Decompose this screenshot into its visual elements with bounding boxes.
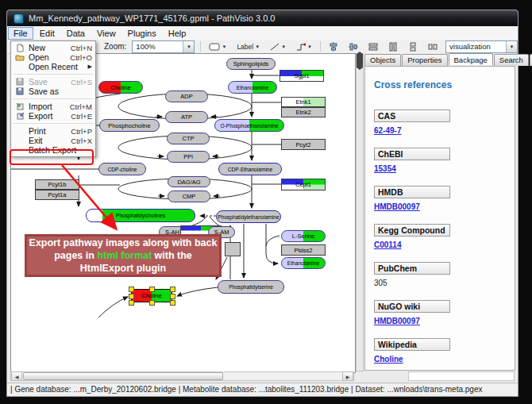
cross-reference-section: NuGO wikiHMDB00097 xyxy=(374,298,515,325)
selection-handle[interactable] xyxy=(170,300,175,306)
menu-item-shortcut: Ctrl+O xyxy=(70,53,92,62)
menu-edit[interactable]: Edit xyxy=(34,27,60,40)
menu-item-label: Batch Export xyxy=(26,145,92,155)
menu-plugins[interactable]: Plugins xyxy=(122,27,162,40)
pathway-node-atp[interactable]: ATP xyxy=(165,111,208,123)
menu-help[interactable]: Help xyxy=(163,27,192,40)
chevron-down-icon[interactable]: ▼ xyxy=(307,44,312,49)
chevron-down-icon[interactable]: ▼ xyxy=(222,44,226,49)
menu-item-shortcut: Ctrl+P xyxy=(71,127,92,136)
pathway-node-ethanolamine-bottom[interactable]: Ethanolamine xyxy=(281,257,326,269)
pathway-node-etnk1[interactable]: Etnk1 xyxy=(281,97,326,107)
pathway-node-phosphocholine[interactable]: Phosphocholine xyxy=(99,119,160,132)
add-connector-button[interactable]: ▼ xyxy=(294,41,314,52)
align-horizontal-center-button[interactable] xyxy=(326,40,341,53)
menu-file[interactable]: File xyxy=(8,27,33,40)
tab-backpage[interactable]: Backpage xyxy=(449,53,493,65)
file-menu-item-open[interactable]: OpenCtrl+O xyxy=(11,52,95,62)
scroll-left-icon[interactable]: ◀ xyxy=(11,371,22,381)
common-height-icon xyxy=(388,42,398,52)
chevron-down-icon[interactable]: ▼ xyxy=(183,41,194,52)
chevron-down-icon[interactable]: ▼ xyxy=(255,44,260,49)
pathway-node-cmp[interactable]: CMP xyxy=(168,190,210,202)
selection-handle[interactable] xyxy=(170,294,175,299)
selection-handle[interactable] xyxy=(170,287,175,292)
menu-item-label: Print xyxy=(26,126,71,136)
menu-item-label: Export xyxy=(26,111,71,121)
pathway-node-sgpl1[interactable]: Sgpl1 xyxy=(279,70,324,82)
pathway-node-dag-ag[interactable]: DAG/AG xyxy=(168,176,210,187)
pathway-node-cdp-choline[interactable]: CDP-choline xyxy=(98,163,146,175)
canvas-horizontal-scrollbar[interactable]: ◀ ▶ xyxy=(10,371,354,381)
cross-reference-link[interactable]: 62-49-7 xyxy=(374,126,515,135)
pathway-node-phosphatidylethanolamine[interactable]: Phosphatidylethanolamine xyxy=(216,210,281,223)
selection-handle[interactable] xyxy=(129,287,134,292)
pathway-node-pcyt2[interactable]: Pcyt2 xyxy=(281,139,326,150)
common-height-button[interactable] xyxy=(386,40,400,53)
selection-handle[interactable] xyxy=(129,294,134,299)
canvas-vertical-scrollbar[interactable] xyxy=(356,53,364,371)
menu-data[interactable]: Data xyxy=(61,27,91,40)
menu-item-label: Save xyxy=(26,77,71,87)
file-menu-item-exit[interactable]: ExitCtrl+X xyxy=(11,136,95,145)
cross-reference-section: PubChem305 xyxy=(374,260,515,287)
backpage-content[interactable]: Cross references CAS62-49-7ChEBI15354HMD… xyxy=(364,66,515,371)
pathway-node-ethanolamine-top[interactable]: Ethanolamine xyxy=(228,81,277,94)
selection-handle[interactable] xyxy=(149,300,155,306)
file-menu-item-new[interactable]: NewCtrl+N xyxy=(11,43,95,52)
pathway-node-adp[interactable]: ADP xyxy=(165,90,208,102)
file-menu-item-open-recent[interactable]: Open Recent▶ xyxy=(11,62,95,71)
chevron-down-icon[interactable]: ▼ xyxy=(281,44,286,49)
add-datanode-button[interactable]: ▼ xyxy=(206,41,229,52)
pathway-node-l-serine[interactable]: L-Serine xyxy=(281,230,326,242)
pathway-node-pcyt1a[interactable]: Pcyt1a xyxy=(35,190,79,200)
stack-horizontal-button[interactable] xyxy=(426,40,440,53)
pathway-node-ppi[interactable]: PPi xyxy=(167,151,210,163)
file-menu-item-save-as[interactable]: Save as xyxy=(11,87,95,96)
cross-reference-link[interactable]: 15354 xyxy=(374,164,515,173)
cross-reference-link[interactable]: C00114 xyxy=(374,240,515,249)
selection-handle[interactable] xyxy=(129,300,134,306)
menu-item-label: Import xyxy=(26,102,70,111)
pathway-node-sphingolipids[interactable]: Sphingolipids xyxy=(226,58,276,70)
pathway-node-phosphatidylserine[interactable]: Phosphatidylserine xyxy=(218,280,284,294)
file-menu-item-import[interactable]: ImportCtrl+M xyxy=(11,102,95,111)
annotation-callout: Export pathway images along with back pa… xyxy=(25,234,222,277)
pathway-node-cdp-ethanolamine[interactable]: CDP-Ethanolamine xyxy=(218,163,282,175)
splitter-collapse-right-icon[interactable] xyxy=(360,52,363,70)
pathway-node-pcyt1b[interactable]: Pcyt1b xyxy=(35,179,79,190)
file-menu-item-save[interactable]: SaveCtrl+S xyxy=(11,77,95,87)
save-icon xyxy=(13,78,26,86)
scrollbar-thumb[interactable] xyxy=(23,372,223,380)
screen: { "window": { "title": "Mm_Kennedy_pathw… xyxy=(0,0,532,404)
tab-objects[interactable]: Objects xyxy=(364,54,401,66)
pathway-node-etnk2[interactable]: Etnk2 xyxy=(281,107,326,117)
visualization-combobox[interactable]: visualization ▼ xyxy=(445,40,518,53)
menu-item-label: Open xyxy=(26,52,70,62)
pathway-node-enzyme-box[interactable] xyxy=(225,242,241,256)
zoom-combobox[interactable]: 100% ▼ xyxy=(132,40,195,53)
selection-handle[interactable] xyxy=(149,287,155,292)
pathway-node-choline-top[interactable]: Choline xyxy=(98,81,143,94)
file-menu-item-export[interactable]: ExportCtrl+E xyxy=(11,111,95,121)
pathway-node-cept1[interactable]: Cept1 xyxy=(281,179,326,190)
pathway-node-o-phosphoethanolamine[interactable]: O-Phosphoethanolamine xyxy=(214,119,284,132)
pathway-node-phosphatidylcholines[interactable]: Phosphatidylcholines xyxy=(86,209,195,222)
stack-vertical-button[interactable] xyxy=(406,40,420,53)
tab-properties[interactable]: Properties xyxy=(402,54,447,66)
chevron-down-icon[interactable]: ▼ xyxy=(506,41,517,52)
title-bar[interactable]: Mm_Kennedy_pathway_WP1771_45176.gpml - P… xyxy=(7,10,518,26)
tab-search[interactable]: Search xyxy=(494,54,529,66)
menu-view[interactable]: View xyxy=(91,27,121,40)
cross-reference-link[interactable]: HMDB00097 xyxy=(374,317,515,325)
add-line-button[interactable]: ▼ xyxy=(268,41,288,52)
file-menu-item-print[interactable]: PrintCtrl+P xyxy=(11,126,95,136)
common-width-button[interactable] xyxy=(366,40,380,53)
pathway-node-ctp[interactable]: CTP xyxy=(167,133,210,144)
add-label-button[interactable]: Label ▼ xyxy=(234,41,262,52)
cross-reference-link[interactable]: HMDB00097 xyxy=(374,202,515,211)
pathway-node-ptdss2[interactable]: Ptdss2 xyxy=(281,244,326,256)
scroll-right-icon[interactable]: ▶ xyxy=(342,371,353,381)
file-menu-item-batch-export[interactable]: Batch Export xyxy=(11,145,95,155)
cross-reference-link[interactable]: Choline xyxy=(374,355,515,364)
